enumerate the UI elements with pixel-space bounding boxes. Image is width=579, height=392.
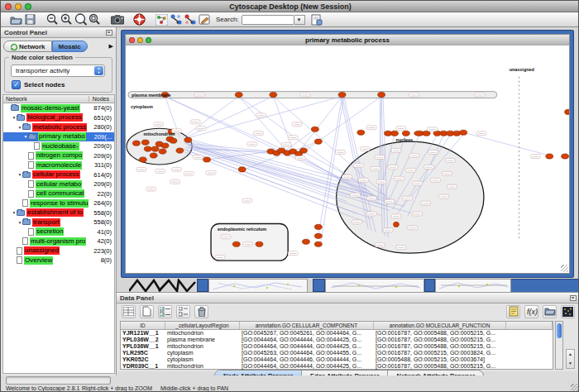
tree-row[interactable]: response to stimulu264(0) — [3, 198, 114, 208]
selected-node[interactable] — [378, 92, 385, 97]
tree-row[interactable]: unassigned223(0) — [3, 246, 114, 256]
selected-node[interactable] — [453, 131, 461, 136]
background-window[interactable] — [424, 279, 435, 292]
background-window[interactable] — [208, 279, 308, 292]
selected-node[interactable] — [144, 146, 151, 151]
tree-row[interactable]: secretion41(0) — [3, 227, 114, 237]
selected-node[interactable] — [151, 146, 159, 151]
matrix-view-icon[interactable] — [561, 305, 575, 318]
network-window-titlebar[interactable]: primary metabolic process — [125, 34, 570, 45]
tree-row[interactable]: cellular metabo209(0) — [3, 179, 114, 189]
tab-mosaic[interactable]: Mosaic — [52, 41, 88, 52]
attribute-table-header[interactable]: ID_cellularLayoutRegionannotation.GO CEL… — [121, 322, 553, 330]
selected-node[interactable] — [393, 222, 399, 227]
selected-node[interactable] — [150, 153, 157, 158]
selected-node[interactable] — [562, 154, 569, 159]
delete-attribute-icon[interactable] — [194, 305, 208, 318]
selected-node[interactable] — [311, 127, 318, 131]
help-icon[interactable] — [132, 13, 146, 26]
selected-node[interactable] — [256, 241, 263, 246]
selected-node[interactable] — [238, 167, 246, 172]
selected-node[interactable] — [460, 130, 467, 135]
selected-node[interactable] — [433, 131, 441, 136]
tree-row[interactable]: ▼establishment of lo558(0) — [3, 208, 114, 218]
selected-node[interactable] — [338, 92, 346, 97]
selected-node[interactable] — [184, 137, 192, 142]
background-window[interactable] — [511, 279, 579, 292]
selected-node[interactable] — [423, 131, 430, 136]
zoom-in-icon[interactable] — [60, 13, 74, 26]
select-attributes-icon[interactable] — [122, 305, 136, 318]
column-filler[interactable] — [506, 322, 553, 329]
background-window[interactable] — [435, 279, 511, 292]
tree-row[interactable]: ▼transport558(0) — [3, 218, 114, 227]
background-window[interactable] — [197, 279, 208, 292]
import-attributes-file-icon[interactable] — [543, 305, 557, 318]
tree-row[interactable]: ▼primary metabo209(... — [3, 132, 114, 142]
selected-node[interactable] — [300, 148, 308, 153]
selected-node[interactable] — [141, 140, 149, 145]
tree-row[interactable]: nitrogen compo209(0) — [3, 151, 114, 161]
resize-grip-icon[interactable] — [561, 265, 568, 272]
selected-node[interactable] — [161, 143, 169, 148]
table-row[interactable]: YDR039C__1mitochondrion[GO:0044464, GO:0… — [121, 363, 553, 370]
search-dropdown-icon[interactable]: ▼ — [294, 15, 305, 25]
selected-node[interactable] — [176, 148, 184, 153]
column-header[interactable]: annotation.GO CELLULAR_COMPONENT — [240, 322, 374, 329]
selected-node[interactable] — [314, 139, 322, 144]
color-attribute-select[interactable]: transporter activity ▲▼ — [11, 65, 105, 77]
attribute-list-icon[interactable] — [176, 305, 190, 318]
expand-network-icon[interactable] — [169, 13, 183, 26]
selected-node[interactable] — [385, 131, 392, 136]
tree-row[interactable]: macromolecule311(0) — [3, 160, 114, 170]
annotation-icon[interactable] — [197, 13, 211, 26]
selected-node[interactable] — [565, 109, 570, 114]
tree-row[interactable]: ▼metabolic process280(0) — [3, 122, 114, 132]
open-network-icon[interactable] — [9, 13, 23, 26]
table-row[interactable]: YKR052Ccytoplasm[GO:0044464, GO:0044446,… — [121, 356, 553, 363]
column-header[interactable]: _cellularLayoutRegion — [165, 322, 240, 329]
tree-row[interactable]: mosaic-demo-yeast874(0) — [3, 103, 114, 113]
selected-node[interactable] — [270, 92, 277, 97]
create-network-icon[interactable] — [155, 13, 169, 26]
table-row[interactable]: YLR295Ccytoplasm[GO:0045263, GO:0044464,… — [121, 350, 553, 356]
tree-row[interactable]: nucleobase-209(0) — [3, 141, 114, 151]
create-attribute-icon[interactable] — [140, 305, 154, 318]
tree-row[interactable]: ▼biological_process651(0) — [3, 113, 114, 123]
zoom-selected-icon[interactable] — [88, 13, 102, 26]
background-window[interactable] — [313, 279, 325, 292]
attribute-batch-editor-icon[interactable] — [158, 305, 172, 318]
selected-node[interactable] — [235, 92, 242, 97]
tab-network[interactable]: Network — [3, 41, 52, 52]
tab-overflow-icon[interactable]: ▶ — [109, 43, 113, 50]
tree-row[interactable]: cell communicat22(0) — [3, 189, 114, 199]
selected-node[interactable] — [447, 131, 454, 136]
tree-column-header[interactable]: Network Nodes — [2, 94, 115, 103]
selected-node[interactable] — [203, 157, 211, 162]
table-row[interactable]: YPL036W__2plasma membrane[GO:0044464, GO… — [121, 337, 553, 343]
selected-node[interactable] — [159, 149, 166, 154]
selected-node[interactable] — [303, 239, 310, 244]
selected-node[interactable] — [132, 141, 140, 146]
report-icon[interactable] — [506, 305, 520, 318]
search-input[interactable] — [242, 15, 294, 25]
selected-node[interactable] — [314, 233, 322, 238]
table-scrollbar[interactable] — [555, 321, 563, 370]
function-builder-icon[interactable]: f(x) — [524, 305, 538, 318]
table-scroll-arrows[interactable]: ▲▼ — [566, 349, 575, 369]
snapshot-icon[interactable] — [110, 13, 124, 26]
select-nodes-checkbox[interactable]: ✓ — [12, 80, 21, 89]
float-panel-icon[interactable] — [106, 30, 112, 36]
background-window[interactable] — [325, 279, 424, 292]
window-resize-grip-icon[interactable] — [571, 384, 579, 392]
table-row[interactable]: YJR121W__1mitochondrion[GO:0045267, GO:0… — [121, 330, 553, 337]
selected-node[interactable] — [139, 157, 146, 162]
scrollbar-thumb[interactable] — [557, 323, 562, 338]
merge-network-icon[interactable] — [183, 13, 197, 26]
float-panel-icon[interactable] — [570, 295, 577, 301]
selected-node[interactable] — [440, 131, 447, 136]
tree-row[interactable]: ▼cellular process614(0) — [3, 170, 114, 180]
selected-node[interactable] — [314, 224, 322, 229]
table-row[interactable]: YPL036W__1mitochondrion[GO:0044464, GO:0… — [121, 343, 553, 350]
tree-row[interactable]: multi-organism pro42(0) — [3, 237, 114, 246]
